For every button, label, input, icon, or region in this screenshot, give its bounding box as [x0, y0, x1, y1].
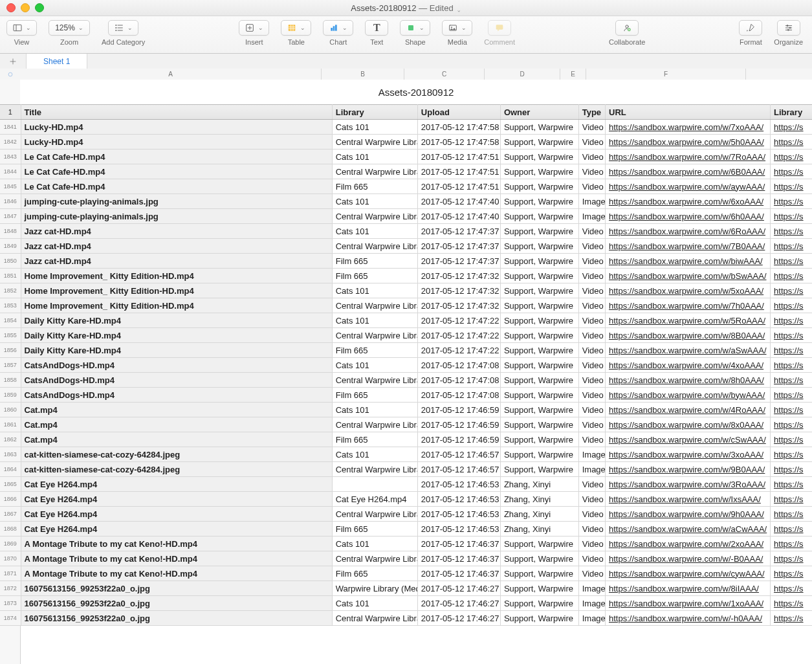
svg-point-3: [115, 27, 116, 28]
zoom-select[interactable]: 125%⌄: [49, 20, 90, 36]
comment-label: Comment: [484, 38, 515, 46]
column-headers[interactable]: ABCDEF: [20, 69, 812, 70]
svg-rect-0: [14, 25, 21, 30]
add-category-button[interactable]: ⌄: [108, 20, 138, 36]
media-label: Media: [448, 38, 467, 46]
shape-button[interactable]: ⌄: [400, 20, 430, 36]
window-titlebar: Assets-20180912 — Edited⌃: [0, 0, 812, 16]
column-header-D[interactable]: D: [485, 69, 560, 70]
text-label: Text: [370, 38, 383, 46]
chart-icon: [329, 23, 339, 33]
zoom-window-button[interactable]: [35, 3, 44, 12]
toolbar: ⌄ View 125%⌄ Zoom ⌄ Add Category ⌄: [0, 16, 812, 54]
svg-point-4: [115, 30, 116, 31]
spreadsheet-area: ABCDEF Assets-20180912 1TitleLibraryUplo…: [0, 69, 812, 70]
chart-label: Chart: [329, 38, 347, 46]
svg-rect-18: [335, 25, 337, 30]
shape-label: Shape: [405, 38, 426, 46]
sliders-icon: [784, 23, 794, 33]
chevron-down-icon[interactable]: ⌃: [456, 6, 461, 13]
shape-icon: [406, 23, 416, 33]
column-header-E[interactable]: E: [560, 69, 586, 70]
comment-button[interactable]: [488, 20, 511, 36]
column-header-B[interactable]: B: [322, 69, 404, 70]
brush-icon: [745, 23, 756, 33]
table-label: Table: [288, 38, 305, 46]
svg-point-30: [786, 25, 788, 27]
svg-point-32: [787, 29, 789, 31]
view-icon: [12, 23, 23, 33]
chart-button[interactable]: ⌄: [323, 20, 353, 36]
sheet-tab[interactable]: Sheet 1: [27, 54, 87, 70]
svg-rect-22: [496, 25, 503, 29]
svg-point-23: [626, 25, 628, 28]
svg-rect-16: [331, 28, 333, 31]
collaborate-button[interactable]: [615, 20, 639, 36]
column-header-C[interactable]: C: [404, 69, 485, 70]
column-header-A[interactable]: A: [20, 69, 322, 70]
plus-icon: [9, 58, 17, 65]
traffic-lights: [6, 3, 44, 12]
text-button[interactable]: T: [365, 20, 388, 36]
minimize-window-button[interactable]: [21, 3, 30, 12]
comment-icon: [494, 23, 505, 33]
svg-point-31: [789, 27, 791, 29]
select-all-corner[interactable]: [0, 69, 21, 70]
format-label: Format: [740, 38, 762, 46]
insert-label: Insert: [245, 38, 263, 46]
media-button[interactable]: ⌄: [442, 20, 472, 36]
zoom-value: 125%: [55, 23, 75, 32]
media-icon: [448, 23, 458, 33]
list-icon: [114, 23, 124, 33]
organize-button[interactable]: [777, 20, 800, 36]
collaborate-icon: [622, 23, 632, 33]
svg-rect-11: [289, 25, 296, 30]
sheet-tabs-bar: Sheet 1: [0, 54, 812, 70]
format-button[interactable]: [739, 20, 762, 36]
svg-rect-19: [408, 25, 413, 30]
table-button[interactable]: ⌄: [281, 20, 311, 36]
view-label: View: [14, 38, 30, 46]
svg-point-2: [115, 25, 116, 26]
add-sheet-button[interactable]: [0, 54, 27, 69]
collaborate-label: Collaborate: [609, 38, 645, 46]
add-category-label: Add Category: [102, 38, 145, 46]
insert-button[interactable]: ⌄: [239, 20, 269, 36]
table-icon: [287, 23, 297, 33]
svg-rect-17: [333, 26, 335, 30]
svg-point-21: [451, 27, 452, 28]
organize-label: Organize: [774, 38, 803, 46]
window-title: Assets-20180912 — Edited⌃: [0, 3, 812, 13]
plus-box-icon: [245, 23, 255, 33]
view-button[interactable]: ⌄: [6, 20, 37, 36]
zoom-label: Zoom: [60, 38, 78, 46]
close-window-button[interactable]: [6, 3, 16, 12]
text-icon: T: [373, 22, 380, 34]
column-header-F[interactable]: F: [586, 69, 746, 70]
